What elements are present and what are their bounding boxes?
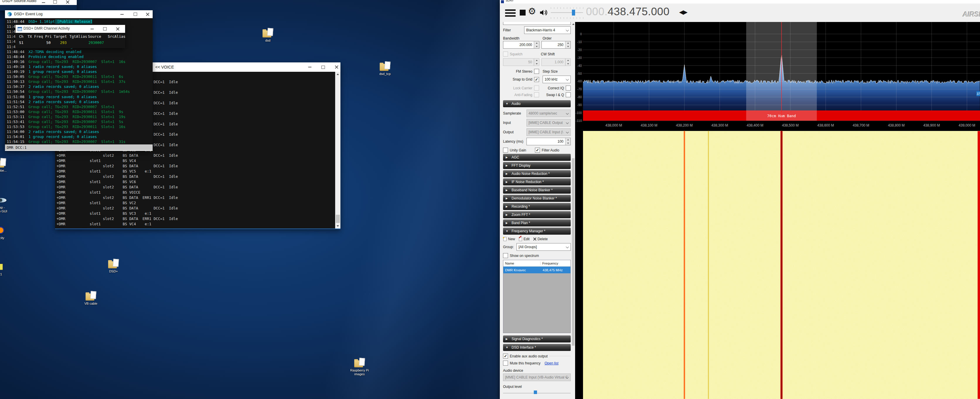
lock-carrier-checkbox[interactable]: [534, 86, 539, 91]
close-button[interactable]: [113, 25, 123, 33]
table-row-selected[interactable]: DMR Krvavec 438,475 MHz: [503, 267, 570, 273]
folder-icon: [86, 292, 96, 300]
filter-audio-checkbox[interactable]: [535, 148, 540, 153]
audio-device-select[interactable]: [MME] CABLE Input (VB-Audio Virtual C: [503, 374, 571, 381]
desktop-icon-rubber[interactable]: Rubbe...: [0, 159, 13, 173]
open-list-link[interactable]: Open list: [545, 361, 558, 365]
section-baseband-noise-blanker[interactable]: ▶Baseband Noise Blanker *: [503, 187, 571, 194]
menu-icon[interactable]: [505, 10, 515, 17]
desktop-icon-dsd[interactable]: dsd: [256, 29, 280, 43]
cw-shift-input[interactable]: 1.000: [541, 58, 571, 66]
unity-gain-checkbox[interactable]: [503, 148, 508, 153]
desktop-icon-vb-cable[interactable]: VB cable: [78, 292, 103, 305]
minimize-button[interactable]: [87, 25, 97, 33]
mute-frequency-checkbox[interactable]: [503, 361, 508, 366]
scroll-down-icon[interactable]: [335, 224, 340, 229]
scrollbar-thumb[interactable]: [572, 158, 574, 346]
audio-output-select[interactable]: [MME] CABLE Input (\: [527, 128, 571, 136]
new-button[interactable]: New: [508, 237, 515, 241]
filter-audio-label: Filter Audio: [542, 148, 559, 152]
section-label: IF Noise Reduction *: [512, 180, 544, 184]
snap-to-grid-checkbox[interactable]: [534, 77, 539, 82]
stop-button[interactable]: [520, 10, 526, 16]
section-fft-display[interactable]: ▶FFT Display: [503, 162, 571, 169]
desktop-icon-dsd-tcp[interactable]: dsd_tcp: [373, 62, 397, 76]
section-signal-diagnostics[interactable]: ▶Signal Diagnostics *: [503, 335, 571, 342]
section-zoom-fft[interactable]: ▶Zoom FFT *: [503, 211, 571, 218]
sdr-titlebar[interactable]: SDR#: [500, 0, 980, 3]
section-audio-noise-reduction[interactable]: ▶Audio Noise Reduction *: [503, 170, 571, 177]
anti-fading-checkbox[interactable]: [534, 92, 539, 97]
frequency-display[interactable]: 000.438.475.000: [586, 6, 670, 18]
delete-button[interactable]: Delete: [538, 237, 548, 241]
edit-button[interactable]: Edit: [523, 237, 530, 241]
audacity-icon: [0, 226, 6, 235]
minimize-button[interactable]: [117, 10, 127, 18]
show-on-spectrum-checkbox[interactable]: [503, 253, 508, 258]
step-size-select[interactable]: 100 kHz: [542, 76, 571, 83]
section-audio[interactable]: ▼Audio: [503, 100, 571, 107]
samplerate-select[interactable]: 48000 sample/sec: [527, 110, 571, 117]
gear-icon[interactable]: ⚙: [528, 6, 536, 16]
desktop-icon-audacity[interactable]: lacity: [0, 226, 13, 240]
output-level-handle[interactable]: [534, 391, 537, 394]
close-button[interactable]: [332, 62, 342, 72]
table-header-frequency[interactable]: Frequency: [541, 262, 558, 265]
close-button[interactable]: [143, 10, 153, 18]
swap-iq-checkbox[interactable]: [566, 92, 571, 97]
volume-slider-handle[interactable]: [572, 10, 575, 16]
svg-text:438,400 M: 438,400 M: [747, 123, 764, 127]
maximize-button[interactable]: [50, 0, 60, 5]
group-select[interactable]: [All Groups]: [517, 243, 571, 251]
svg-text:-30: -30: [577, 56, 582, 59]
col-header: Ch: [19, 34, 24, 39]
fm-stereo-checkbox[interactable]: [534, 69, 539, 74]
maximize-button[interactable]: [130, 10, 140, 18]
scroll-up-icon[interactable]: [335, 72, 340, 77]
section-band-plan[interactable]: ▶Band Plan *: [503, 219, 571, 226]
squelch-checkbox[interactable]: [503, 52, 508, 57]
minimize-button[interactable]: [38, 0, 48, 5]
bandwidth-input[interactable]: 200.000: [503, 41, 539, 49]
section-dsd-interface[interactable]: ▼DSD Interface *: [503, 344, 571, 351]
enable-aux-audio-checkbox[interactable]: [503, 354, 508, 359]
svg-text:-40: -40: [577, 64, 582, 67]
audio-input-select[interactable]: [MME] CABLE Output: [527, 119, 571, 127]
waterfall-display[interactable]: [575, 129, 980, 399]
filter-select[interactable]: Blackman-Harris 4: [524, 26, 571, 34]
clipped-combobox[interactable]: [503, 22, 571, 25]
table-header-name[interactable]: Name: [503, 262, 541, 265]
voice-scrollbar[interactable]: [335, 72, 340, 229]
speaker-icon[interactable]: [539, 8, 549, 17]
frequency-step-arrows[interactable]: ◀▶: [679, 8, 687, 16]
log-line: 11:50:13Group call; TG=293 RID=2930011 S…: [7, 79, 151, 84]
latency-input[interactable]: 100: [527, 138, 571, 145]
log-line: 11:54:002 radio records saved; 0 aliases: [7, 129, 151, 135]
section-frequency-manager[interactable]: ▼Frequency Manager *: [503, 227, 571, 235]
close-button[interactable]: [63, 0, 73, 5]
samplerate-value: 48000 sample/sec: [528, 111, 557, 115]
squelch-input[interactable]: 50: [503, 58, 539, 66]
panel-scrollbar[interactable]: [571, 22, 575, 399]
section-if-noise-reduction[interactable]: ▶IF Noise Reduction *: [503, 178, 571, 186]
desktop-icon-dr1[interactable]: DR1: [0, 262, 11, 276]
section-demodulator-noise-blanker[interactable]: ▶Demodulator Noise Blanker *: [503, 195, 571, 202]
order-input[interactable]: 250: [541, 41, 571, 49]
svg-text:-20: -20: [577, 48, 582, 52]
maximize-button[interactable]: [318, 62, 328, 72]
maximize-button[interactable]: [100, 25, 110, 33]
scrollbar-thumb[interactable]: [336, 215, 340, 223]
scroll-up-icon[interactable]: [571, 22, 575, 26]
output-level-slider[interactable]: [503, 391, 571, 394]
channel-activity-titlebar[interactable]: DSD+ DMR Channel Activity: [16, 25, 125, 33]
minimize-button[interactable]: [305, 62, 315, 72]
volume-slider-track[interactable]: [551, 12, 583, 13]
section-recording[interactable]: ▶Recording *: [503, 203, 571, 210]
desktop-icon-nmap-gui[interactable]: nap - nap GUI: [0, 196, 13, 213]
event-log-titlebar[interactable]: DSD+ Event Log: [5, 10, 153, 18]
desktop-icon-dsdplus[interactable]: DSD+: [101, 259, 126, 273]
desktop-icon-raspberry-pi-images[interactable]: Raspberry Pi images: [347, 359, 372, 376]
section-agc[interactable]: ▶AGC: [503, 154, 571, 161]
correct-iq-checkbox[interactable]: [566, 86, 571, 91]
spectrum-display[interactable]: 70cm Ham Band0-10-20-30-40-50-60-70-80-9…: [575, 22, 980, 129]
